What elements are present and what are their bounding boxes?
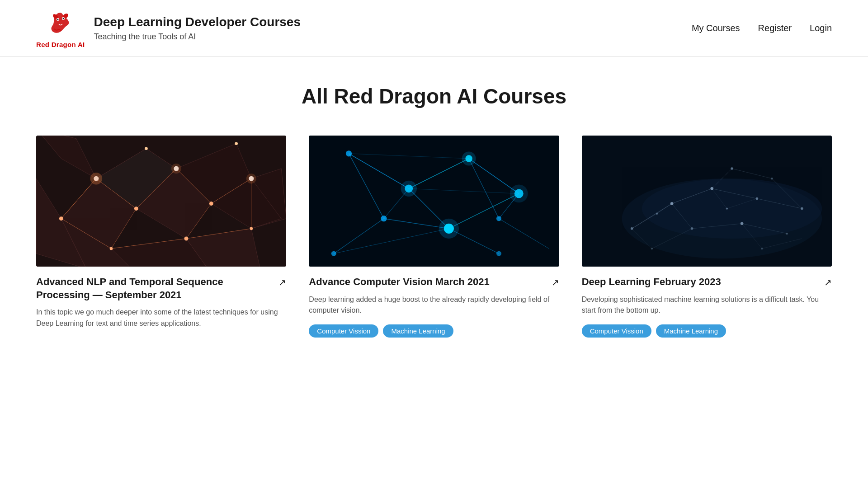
svg-point-69 — [439, 219, 459, 239]
dragon-logo-icon — [45, 8, 76, 39]
svg-point-107 — [656, 212, 657, 214]
svg-point-100 — [690, 227, 693, 230]
header-left: Red Dragon AI Deep Learning Developer Co… — [36, 8, 301, 48]
page-heading: All Red Dragon AI Courses — [36, 84, 832, 108]
logo-text: Red Dragon AI — [36, 41, 85, 48]
course-title-row-2: Advance Computer Vision March 2021 ↗ — [309, 276, 559, 289]
svg-point-32 — [134, 206, 138, 211]
svg-point-105 — [651, 248, 652, 249]
svg-point-30 — [59, 216, 63, 221]
svg-point-37 — [184, 237, 189, 241]
svg-point-106 — [761, 248, 763, 249]
svg-point-3 — [57, 19, 58, 20]
course-arrow-2: ↗ — [552, 277, 559, 288]
course-title-3: Deep Learning February 2023 — [582, 276, 721, 289]
course-title-1: Advanced NLP and Temporal Sequence Proce… — [36, 276, 274, 301]
svg-point-4 — [62, 18, 64, 19]
svg-point-34 — [209, 202, 213, 206]
svg-point-42 — [171, 164, 181, 174]
course-card-2[interactable]: Advance Computer Vision March 2021 ↗ Dee… — [309, 136, 559, 338]
header-title-block: Deep Learning Developer Courses Teaching… — [94, 15, 301, 42]
tag-machine-learning-2[interactable]: Machine Learning — [383, 324, 453, 338]
course-description-2: Deep learning added a huge boost to the … — [309, 294, 559, 317]
course-tags-3: Computer Vission Machine Learning — [582, 324, 832, 338]
svg-point-67 — [510, 184, 528, 202]
course-image-3 — [582, 136, 832, 267]
svg-point-73 — [496, 251, 501, 256]
svg-point-64 — [462, 151, 476, 165]
svg-point-70 — [381, 216, 387, 221]
svg-point-97 — [710, 187, 713, 190]
svg-point-102 — [786, 233, 788, 235]
svg-point-62 — [401, 181, 417, 197]
svg-point-76 — [642, 178, 821, 239]
course-arrow-3: ↗ — [824, 277, 832, 288]
main-content: All Red Dragon AI Courses — [0, 57, 868, 374]
course-title-row-1: Advanced NLP and Temporal Sequence Proce… — [36, 276, 286, 301]
svg-point-71 — [496, 216, 501, 221]
nav-login[interactable]: Login — [810, 23, 832, 33]
course-card-1[interactable]: Advanced NLP and Temporal Sequence Proce… — [36, 136, 286, 338]
logo-container[interactable]: Red Dragon AI — [36, 8, 85, 48]
tag-machine-learning-3[interactable]: Machine Learning — [656, 324, 726, 338]
svg-point-41 — [90, 173, 103, 185]
header-nav: My Courses Register Login — [692, 23, 832, 33]
site-header: Red Dragon AI Deep Learning Developer Co… — [0, 0, 868, 57]
course-title-row-3: Deep Learning February 2023 ↗ — [582, 276, 832, 289]
svg-point-96 — [670, 202, 674, 205]
svg-point-36 — [110, 247, 113, 250]
course-tags-2: Computer Vission Machine Learning — [309, 324, 559, 338]
svg-point-104 — [771, 178, 773, 179]
course-title-2: Advance Computer Vision March 2021 — [309, 276, 489, 289]
course-card-3[interactable]: Deep Learning February 2023 ↗ Developing… — [582, 136, 832, 338]
course-image-1 — [36, 136, 286, 267]
site-title: Deep Learning Developer Courses — [94, 15, 301, 29]
course-description-3: Developing sophisticated machine learnin… — [582, 294, 832, 317]
svg-point-101 — [740, 222, 743, 225]
svg-point-95 — [631, 227, 633, 230]
svg-point-108 — [726, 207, 727, 209]
courses-grid: Advanced NLP and Temporal Sequence Proce… — [36, 136, 832, 338]
svg-point-43 — [246, 174, 256, 183]
tag-computer-vision-2[interactable]: Computer Vission — [309, 324, 378, 338]
svg-point-65 — [346, 150, 352, 156]
svg-point-98 — [755, 197, 758, 200]
site-subtitle: Teaching the true Tools of AI — [94, 32, 301, 42]
course-arrow-1: ↗ — [278, 277, 286, 288]
svg-point-72 — [331, 251, 336, 256]
tag-computer-vision-3[interactable]: Computer Vission — [582, 324, 651, 338]
svg-point-39 — [145, 147, 148, 150]
nav-register[interactable]: Register — [758, 23, 792, 33]
course-image-2 — [309, 136, 559, 267]
svg-point-103 — [731, 167, 733, 170]
nav-my-courses[interactable]: My Courses — [692, 23, 740, 33]
svg-point-38 — [250, 227, 253, 230]
course-description-1: In this topic we go much deeper into som… — [36, 307, 286, 329]
svg-point-99 — [801, 207, 803, 210]
svg-point-40 — [235, 142, 238, 145]
